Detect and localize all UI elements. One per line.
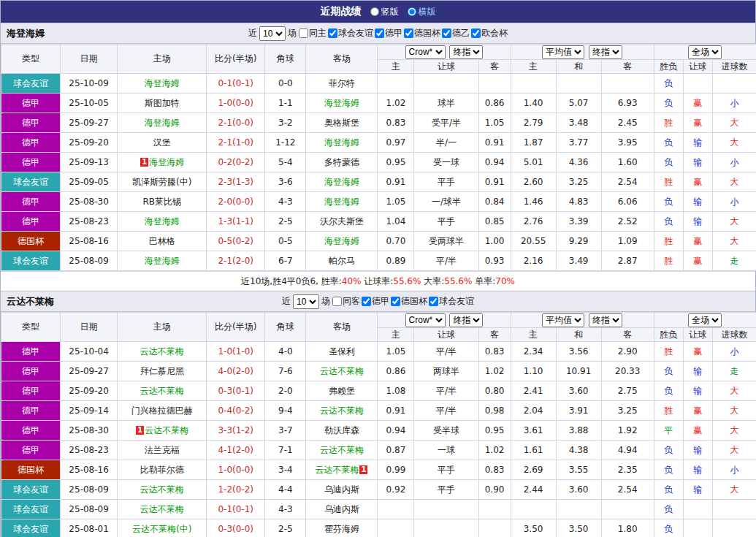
result-winlose: 负 <box>654 94 683 113</box>
filter-option-label: 同客 <box>343 295 360 308</box>
filter-option-2[interactable]: 德甲 <box>375 27 402 39</box>
vertical-radio[interactable] <box>370 7 379 16</box>
filter-option-1[interactable]: 球会友谊 <box>328 27 373 39</box>
filter-option-3[interactable]: 德国杯 <box>404 27 440 39</box>
handicap-away-odds: 1.02 <box>478 441 511 460</box>
avg-draw-odds: 3.60 <box>556 480 601 500</box>
bookmaker-select[interactable]: Crow* <box>405 45 446 59</box>
filter-checkbox[interactable] <box>429 297 438 306</box>
corner-score: 3-2 <box>265 113 306 133</box>
match-score: 4-0(2-0) <box>207 362 265 381</box>
filter-checkbox[interactable] <box>299 28 308 38</box>
home-team: 1海登海姆 <box>118 153 207 172</box>
average-stage-select[interactable]: 终指 <box>589 313 622 327</box>
filter-option-0[interactable]: 同客 <box>332 295 360 308</box>
horizontal-radio[interactable] <box>408 7 416 16</box>
bookmaker-stage-select[interactable]: 终指 <box>449 45 483 59</box>
away-team-name: 奥格斯堡 <box>324 118 359 128</box>
average-select[interactable]: 平均值 <box>542 313 584 327</box>
result-winlose: 胜 <box>654 251 683 271</box>
result-goals <box>712 74 756 94</box>
filter-option-3[interactable]: 球会友谊 <box>429 295 474 308</box>
away-team: 云达不莱梅 <box>306 362 378 381</box>
filter-checkbox[interactable] <box>404 28 413 38</box>
away-team-name: 沃尔夫斯堡 <box>320 216 364 226</box>
summary-segment: 40% <box>342 276 362 286</box>
results-tbody: 德甲25-10-04云达不莱梅1-0(1-0)4-0圣保利1.05平/半0.83… <box>1 342 756 537</box>
corner-score: 1-1 <box>265 94 306 113</box>
summary-segment: 单率: <box>472 275 495 288</box>
bookmaker-select[interactable]: Crow* <box>405 313 446 327</box>
recent-count-select[interactable]: 10 <box>259 26 286 41</box>
home-team-name: 凯泽斯劳滕(中) <box>132 177 191 187</box>
avg-draw-odds: 3.50 <box>556 519 601 537</box>
result-handicap <box>683 74 712 94</box>
layout-option-horizontal[interactable]: 横版 <box>408 6 436 18</box>
result-winlose: 负 <box>654 381 683 401</box>
away-team: 乌迪内斯 <box>306 480 378 500</box>
filter-checkbox[interactable] <box>328 28 337 38</box>
match-score: 0-5(0-2) <box>207 232 265 251</box>
filter-checkbox[interactable] <box>375 28 384 38</box>
result-handicap: 赢 <box>683 342 712 362</box>
subcol-avg-home: 主 <box>511 328 556 342</box>
match-score: 1-0(1-0) <box>207 342 265 362</box>
page-title: 近期战绩 <box>321 5 362 18</box>
filter-option-1[interactable]: 德甲 <box>362 295 389 308</box>
avg-away-odds: 2.54 <box>601 480 654 500</box>
away-team: 勒沃库森 <box>306 421 378 441</box>
result-winlose: 胜 <box>654 232 683 251</box>
away-team: 云达不莱梅 <box>306 401 378 421</box>
result-winlose: 胜 <box>654 342 683 362</box>
avg-draw-odds: 10.91 <box>556 362 601 381</box>
red-card-badge: 1 <box>140 158 148 167</box>
layout-option-vertical[interactable]: 竖版 <box>370 6 399 18</box>
filter-option-5[interactable]: 欧会杯 <box>471 27 508 39</box>
scope-select[interactable]: 全场 <box>688 313 722 327</box>
filter-option-4[interactable]: 德乙 <box>442 27 470 39</box>
subcol-avg-away: 客 <box>601 60 654 74</box>
handicap-away-odds: 0.83 <box>478 342 511 362</box>
home-team: 云达不莱梅 <box>118 342 207 362</box>
match-score: 1-2(0-2) <box>207 480 265 500</box>
home-team: 海登海姆 <box>118 74 207 94</box>
bookmaker-stage-select[interactable]: 终指 <box>449 313 483 327</box>
avg-draw-odds: 9.29 <box>556 232 601 251</box>
handicap-line: 一球 <box>414 441 478 460</box>
subcol-avg-draw: 和 <box>556 328 601 342</box>
result-handicap: 赢 <box>683 251 712 271</box>
filter-checkbox[interactable] <box>471 28 481 38</box>
recent-count-select[interactable]: 10 <box>293 294 319 309</box>
result-winlose: 负 <box>654 500 683 519</box>
average-stage-select[interactable]: 终指 <box>589 45 622 59</box>
handicap-home-odds: 0.94 <box>378 421 414 441</box>
subcol-goals-result: 进球数 <box>712 328 756 342</box>
filter-option-0[interactable]: 同主 <box>299 27 327 39</box>
result-winlose: 负 <box>654 133 683 153</box>
subcol-handicap-away: 客 <box>478 60 511 74</box>
col-header-type: 类型 <box>1 313 61 342</box>
filter-checkbox[interactable] <box>442 28 451 38</box>
col-header-home: 主场 <box>118 313 207 342</box>
handicap-line: 平手 <box>414 480 478 500</box>
away-team-name: 云达不莱梅 <box>320 405 364 416</box>
average-select[interactable]: 平均值 <box>542 45 584 59</box>
result-winlose: 负 <box>654 74 683 94</box>
filter-checkbox[interactable] <box>362 297 371 306</box>
avg-away-odds <box>601 74 654 94</box>
away-team-name: 霍芬海姆 <box>324 524 359 534</box>
match-row: 德甲25-08-23海登海姆1-3(1-1)2-5沃尔夫斯堡1.04平手0.85… <box>1 212 756 232</box>
home-team: 汉堡 <box>118 133 207 153</box>
home-team: 斯图加特 <box>118 94 207 113</box>
home-team: 云达不莱梅(中) <box>118 519 207 537</box>
scope-select[interactable]: 全场 <box>688 45 722 59</box>
handicap-home-odds: 1.05 <box>378 342 414 362</box>
match-score: 2-1(0-0) <box>207 113 265 133</box>
filter-checkbox[interactable] <box>332 297 342 306</box>
filter-checkbox[interactable] <box>391 297 400 306</box>
filter-option-2[interactable]: 德国杯 <box>391 295 427 308</box>
filter-bar: 近 10 场 同客德甲德国杯球会友谊 <box>282 294 474 309</box>
title-bar: 近期战绩 竖版 横版 <box>1 1 755 23</box>
home-team-name: 海登海姆 <box>145 216 180 226</box>
league-type-badge: 德甲 <box>1 153 61 172</box>
